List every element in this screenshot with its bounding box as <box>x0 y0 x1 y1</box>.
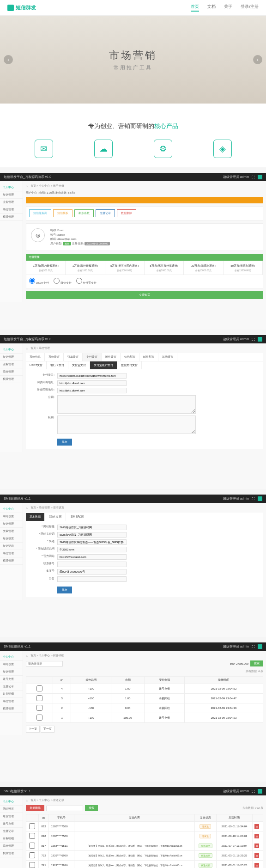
feature-icon-3[interactable]: ⚙ <box>154 140 172 158</box>
pay-subtab[interactable]: 微信支付支付 <box>117 361 142 369</box>
fullscreen-icon[interactable]: ⛶ <box>252 338 255 341</box>
sidebar-toggle[interactable] <box>258 337 262 342</box>
delete-button[interactable]: ✕ <box>254 834 259 838</box>
fullscreen-icon[interactable]: ⛶ <box>252 176 255 179</box>
row-checkbox[interactable] <box>36 715 42 721</box>
row-checkbox[interactable] <box>29 852 35 858</box>
sidebar-item[interactable]: 权限管理 <box>0 557 23 565</box>
sidebar-item[interactable]: 系统管理 <box>0 550 23 557</box>
settings-tab[interactable]: 订单设置 <box>64 353 83 361</box>
async-url-input[interactable] <box>57 388 127 393</box>
row-checkbox[interactable] <box>29 843 35 849</box>
sidebar-item[interactable]: 系统管理 <box>0 368 23 376</box>
package-option[interactable]: 1万条(国内套餐通道)价格500.00元 <box>26 261 66 275</box>
delete-button[interactable]: ✕ <box>254 863 259 868</box>
sidebar-item-biz[interactable]: 业务管理 <box>0 199 23 206</box>
settings-input[interactable] <box>57 576 127 582</box>
sidebar-item[interactable]: 文章管理 <box>0 528 23 535</box>
tab-site[interactable]: 网站设置 <box>45 513 66 521</box>
sidebar-item[interactable]: 个人中心 <box>0 506 23 513</box>
settings-tab[interactable]: 系统信息 <box>26 353 45 361</box>
settings-tab[interactable]: 附件设置 <box>102 353 121 361</box>
tab-remain[interactable]: 剩余条数 <box>74 209 94 217</box>
feature-icon-1[interactable]: ✉ <box>35 140 53 158</box>
settings-input[interactable] <box>57 562 127 567</box>
nav-about[interactable]: 关于 <box>224 4 232 12</box>
pay-option[interactable]: 支付宝支付 <box>76 281 97 284</box>
row-checkbox[interactable] <box>36 685 42 691</box>
nav-home[interactable]: 首页 <box>191 4 199 12</box>
table-row[interactable]: 3+1001.00余额回收2021-02-09 23:04:47 <box>26 694 263 703</box>
table-row[interactable]: 1+100100.00账号充值2021-02-09 23:04:33 <box>26 713 263 723</box>
sidebar-item[interactable]: 个人中心 <box>0 654 23 661</box>
sidebar-item[interactable]: 权限管理 <box>0 705 23 713</box>
delete-button[interactable]: ✕ <box>254 844 259 848</box>
sidebar-item[interactable]: 系统管理 <box>0 843 23 850</box>
settings-tab[interactable]: 支付设置 <box>83 353 102 361</box>
pubkey-textarea[interactable] <box>57 395 196 414</box>
sidebar-toggle[interactable] <box>258 175 262 179</box>
sidebar-item[interactable]: 系统管理 <box>0 698 23 705</box>
prev-page[interactable]: 上一页 <box>26 726 40 733</box>
buy-button[interactable]: 立即购买 <box>26 291 263 299</box>
sidebar-item[interactable]: 短信管理 <box>0 520 23 528</box>
sidebar-item[interactable]: 充值记录 <box>0 683 23 691</box>
carousel-next[interactable]: › <box>253 55 262 64</box>
save-button[interactable]: 保存 <box>57 587 72 593</box>
sidebar-item[interactable]: 账号充值 <box>0 820 23 828</box>
search-button[interactable]: 搜索 <box>85 805 98 811</box>
sidebar-item[interactable]: 账号充值 <box>0 676 23 683</box>
table-row[interactable]: 7211322****2916【短信签】测试1。联系xxx，测试内容，请知悉，测… <box>26 861 263 868</box>
table-row[interactable]: 8181588****7580待发送2021-09-18 14:06:01✕ <box>26 831 263 841</box>
pay-subtab[interactable]: 支付宝账户支付 <box>90 361 117 369</box>
pay-option[interactable]: 微信支付 <box>54 281 72 284</box>
save-button[interactable]: 保存 <box>57 439 72 446</box>
sidebar-item[interactable]: 短信设置 <box>0 535 23 543</box>
feature-icon-2[interactable]: ☁ <box>94 140 113 158</box>
privkey-textarea[interactable] <box>57 416 196 434</box>
package-option[interactable]: 50万条(无限制通道)价格15000.00元 <box>224 261 263 275</box>
date-filter[interactable] <box>26 661 63 666</box>
sidebar-item[interactable]: 短信记录 <box>0 543 23 550</box>
delete-button[interactable]: ✕ <box>254 824 259 829</box>
settings-tab[interactable]: 邮件配置 <box>139 353 158 361</box>
package-option[interactable]: 20万条(无限制通道)价格10000.00元 <box>184 261 223 275</box>
settings-tab[interactable]: 短信配置 <box>121 353 139 361</box>
sidebar-item[interactable]: 网站设置 <box>0 806 23 813</box>
settings-input[interactable] <box>57 525 127 530</box>
settings-input[interactable] <box>57 539 127 545</box>
batch-delete-button[interactable]: 批量删除 <box>26 805 44 811</box>
row-checkbox[interactable] <box>29 833 35 839</box>
sidebar-item-user[interactable]: 个人中心 <box>0 184 23 191</box>
sidebar-item-auth[interactable]: 权限管理 <box>0 214 23 221</box>
row-checkbox[interactable] <box>29 862 35 868</box>
tab-record[interactable]: 充值记录 <box>96 209 115 217</box>
sidebar-item[interactable]: 充值记录 <box>0 828 23 835</box>
sidebar-item[interactable]: 财务明细 <box>0 691 23 698</box>
table-row[interactable]: 4+1001.00账号充值2021-02-09 23:04:52 <box>26 684 263 694</box>
alipay-gateway-input[interactable] <box>57 373 127 379</box>
package-option[interactable]: 5万条(第五次国内通道)价格2000.00元 <box>105 261 145 275</box>
sidebar-item[interactable]: 个人中心 <box>0 346 23 354</box>
sidebar-item[interactable]: 权限管理 <box>0 376 23 383</box>
settings-input[interactable] <box>57 554 127 560</box>
pay-subtab[interactable]: 支付宝支付 <box>68 361 90 369</box>
tab-delete[interactable]: 数据删除 <box>117 209 136 217</box>
table-row[interactable]: 2-1000.00余额回收2021-02-09 23:04:39 <box>26 703 263 713</box>
next-page[interactable]: 下一页 <box>41 726 54 733</box>
delete-button[interactable]: ✕ <box>254 853 259 858</box>
carousel-prev[interactable]: ‹ <box>4 55 13 64</box>
sidebar-item[interactable]: 个人中心 <box>0 798 23 806</box>
sidebar-item[interactable]: 权限管理 <box>0 850 23 857</box>
row-checkbox[interactable] <box>29 823 35 829</box>
settings-input[interactable] <box>57 569 127 575</box>
sidebar-item[interactable]: 业务管理 <box>0 361 23 368</box>
table-row[interactable]: 8321588****7580待发送2021-10-01 16:34:04✕ <box>26 822 263 831</box>
pay-subtab[interactable]: USDT支付 <box>26 361 47 369</box>
current-user[interactable]: 超级管理员 admin <box>223 175 249 179</box>
sidebar-item[interactable]: 网站设置 <box>0 661 23 668</box>
sidebar-item[interactable]: 网站设置 <box>0 513 23 520</box>
settings-input[interactable] <box>57 532 127 538</box>
pay-option[interactable]: USDT支付 <box>29 281 49 284</box>
package-option[interactable]: 5万条(第五条外海通道)价格5000.00元 <box>145 261 184 275</box>
